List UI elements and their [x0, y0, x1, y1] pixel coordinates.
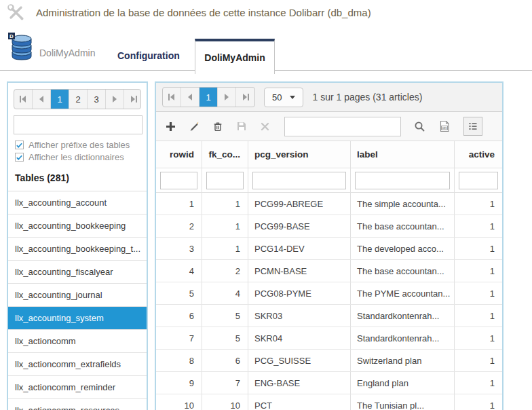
- cell-label: Switzerland plan: [351, 350, 455, 371]
- list-item[interactable]: llx_accounting_account: [8, 191, 147, 215]
- table-row[interactable]: 9 7 ENG-BASE England plan 1: [156, 372, 502, 394]
- grid-filter-row: [156, 168, 502, 193]
- delete-row-button[interactable]: [212, 121, 223, 132]
- cell-label: The simple accounta...: [351, 193, 455, 215]
- table-row[interactable]: 4 2 PCMN-BASE The base accountan... 1: [156, 260, 502, 282]
- cell-label: The developed acco...: [351, 238, 455, 259]
- table-row[interactable]: 7 5 SKR04 Standardkontenrah... 1: [156, 327, 502, 350]
- grid-header-row: rowid fk_co... pcg_version label active: [156, 141, 502, 168]
- table-row[interactable]: 8 6 PCG_SUISSE Switzerland plan 1: [156, 350, 502, 372]
- cell-rowid: 5: [156, 282, 202, 304]
- cell-label: Standardkontenrah...: [351, 327, 455, 349]
- save-row-button: [236, 121, 247, 132]
- tables-list: llx_accounting_account llx_accounting_bo…: [8, 191, 147, 410]
- prev-page-button[interactable]: [181, 88, 200, 107]
- cell-rowid: 6: [156, 305, 202, 327]
- checkbox-prefix-label: Afficher préfixe des tables: [28, 140, 130, 150]
- column-header-rowid[interactable]: rowid: [156, 141, 202, 168]
- records-pagination: 1: [162, 87, 255, 107]
- next-page-button[interactable]: [218, 88, 236, 107]
- table-row[interactable]: 6 5 SKR03 Standardkontenrah... 1: [156, 305, 502, 327]
- database-icon: D: [7, 31, 35, 62]
- last-page-button[interactable]: [124, 90, 141, 109]
- tab-dolimyadmin[interactable]: DoliMyAdmin: [195, 39, 275, 74]
- page-title: Administration de la base de données de …: [36, 7, 371, 18]
- next-page-button[interactable]: [106, 90, 124, 109]
- list-item[interactable]: llx_actioncomm_extrafields: [8, 353, 147, 376]
- tab-configuration[interactable]: Configuration: [117, 50, 180, 61]
- pagination-status: 1 sur 1 pages (31 articles): [312, 92, 422, 102]
- edit-row-button[interactable]: [189, 121, 200, 132]
- filter-input-active[interactable]: [459, 172, 498, 189]
- add-row-button[interactable]: [166, 122, 176, 132]
- checkbox-row-prefix[interactable]: Afficher préfixe des tables: [15, 139, 141, 151]
- page-size-select[interactable]: 50: [264, 88, 303, 107]
- tables-search-input[interactable]: [14, 115, 142, 134]
- cell-active: 1: [455, 372, 502, 394]
- filter-input-pcg-version[interactable]: [252, 172, 346, 189]
- list-item[interactable]: llx_accounting_fiscalyear: [8, 261, 147, 284]
- table-row[interactable]: 2 1 PCG99-BASE The base accountan... 1: [156, 215, 502, 238]
- cell-active: 1: [455, 305, 502, 327]
- filter-input-rowid[interactable]: [160, 172, 197, 189]
- cell-pcg-version: PCG_SUISSE: [248, 350, 351, 371]
- checkbox-row-dictionaries[interactable]: Afficher les dictionnaires: [15, 151, 141, 163]
- cell-label: Standardkontenrah...: [351, 305, 455, 327]
- svg-text:csv: csv: [442, 126, 448, 130]
- column-header-active[interactable]: active: [455, 141, 502, 168]
- cell-pcg-version: PCG14-DEV: [248, 238, 351, 259]
- page-button-1[interactable]: 1: [51, 90, 69, 109]
- svg-text:D: D: [10, 33, 14, 39]
- filter-input-label[interactable]: [355, 172, 450, 189]
- module-block: D DoliMyAdmin: [7, 31, 95, 62]
- table-row[interactable]: 5 4 PCG08-PYME The PYME accountan... 1: [156, 282, 502, 305]
- first-page-button[interactable]: [14, 90, 33, 109]
- grid-body: 1 1 PCG99-ABREGE The simple accounta... …: [156, 193, 502, 410]
- list-item[interactable]: llx_actioncomm_reminder: [8, 376, 147, 399]
- export-csv-icon[interactable]: csv: [438, 120, 451, 132]
- column-header-pcg-version[interactable]: pcg_version: [248, 141, 351, 168]
- cell-label: The base accountan...: [351, 260, 455, 282]
- table-row[interactable]: 1 1 PCG99-ABREGE The simple accounta... …: [156, 193, 502, 215]
- list-item[interactable]: llx_actioncomm: [8, 330, 147, 353]
- cell-fk-country: 1: [202, 238, 248, 259]
- cell-active: 1: [455, 327, 502, 349]
- cell-fk-country: 7: [202, 372, 248, 394]
- checkbox-dictionaries[interactable]: [15, 153, 24, 162]
- cell-fk-country: 4: [202, 282, 248, 304]
- table-row[interactable]: 3 1 PCG14-DEV The developed acco... 1: [156, 238, 502, 260]
- list-item[interactable]: llx_actioncomm_resources: [8, 399, 147, 410]
- column-header-label[interactable]: label: [351, 141, 455, 168]
- first-page-button[interactable]: [163, 88, 181, 107]
- list-item[interactable]: llx_accounting_bookkeeping_t...: [8, 238, 147, 261]
- cell-rowid: 3: [156, 238, 202, 259]
- records-search-input[interactable]: [284, 117, 401, 136]
- list-item-selected[interactable]: llx_accounting_system: [8, 307, 147, 330]
- column-chooser-button[interactable]: [463, 117, 482, 136]
- page-header: Administration de la base de données de …: [7, 3, 371, 22]
- cell-rowid: 10: [156, 394, 202, 410]
- records-search-icon[interactable]: [414, 121, 425, 132]
- page-button-3[interactable]: 3: [88, 90, 106, 109]
- list-item[interactable]: llx_accounting_journal: [8, 284, 147, 307]
- table-row[interactable]: 10 10 PCT The Tunisian pl... 1: [156, 394, 502, 410]
- column-header-fk-country[interactable]: fk_co...: [202, 141, 248, 168]
- last-page-button[interactable]: [236, 88, 254, 107]
- checkbox-prefix[interactable]: [15, 141, 24, 149]
- list-item[interactable]: llx_accounting_bookkeeping: [8, 215, 147, 238]
- cell-fk-country: 2: [202, 260, 248, 282]
- records-panel: 1 50 1 sur 1 pages (31 articles): [155, 81, 504, 410]
- cell-fk-country: 5: [202, 327, 248, 349]
- page-button-1[interactable]: 1: [200, 88, 218, 107]
- cell-label: The base accountan...: [351, 215, 455, 237]
- tables-count-header: Tables (281): [8, 164, 147, 191]
- tools-icon: [7, 3, 25, 22]
- caret-down-icon: [290, 96, 295, 99]
- prev-page-button[interactable]: [33, 90, 51, 109]
- filter-input-fk-country[interactable]: [206, 172, 244, 189]
- checkbox-dictionaries-label: Afficher les dictionnaires: [28, 152, 124, 162]
- page-button-2[interactable]: 2: [69, 90, 88, 109]
- cell-rowid: 7: [156, 327, 202, 349]
- cell-rowid: 9: [156, 372, 202, 394]
- cell-rowid: 8: [156, 350, 202, 371]
